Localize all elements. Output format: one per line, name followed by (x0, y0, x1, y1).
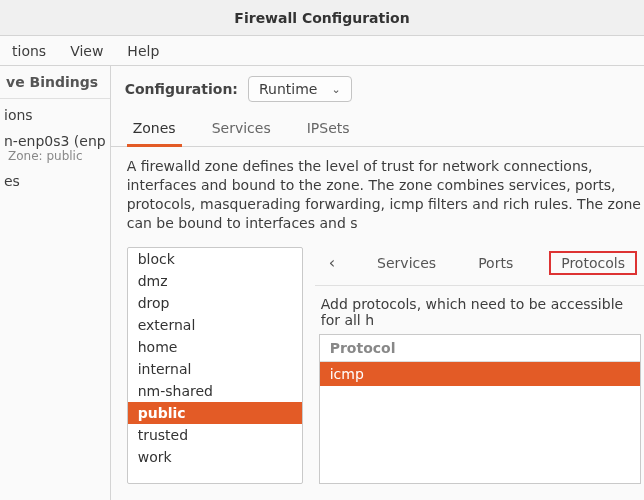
zone-list-item[interactable]: dmz (128, 270, 302, 292)
protocol-row[interactable]: icmp (320, 362, 640, 386)
config-dropdown[interactable]: Runtime ⌄ (248, 76, 352, 102)
primary-tabs: Zones Services IPSets (111, 112, 644, 147)
active-bindings-panel: ve Bindings ions n-enp0s3 (enp Zone: pub… (0, 66, 111, 500)
zone-list-item[interactable]: nm-shared (128, 380, 302, 402)
zone-list-item[interactable]: drop (128, 292, 302, 314)
binding-item[interactable]: ions (0, 99, 110, 125)
tab-protocols[interactable]: Protocols (549, 251, 637, 275)
zone-list-item[interactable]: home (128, 336, 302, 358)
window-title: Firewall Configuration (0, 0, 644, 36)
config-value: Runtime (259, 81, 317, 97)
binding-label: n-enp0s3 (enp (4, 133, 106, 149)
chevron-down-icon: ⌄ (331, 83, 340, 96)
scroll-left-icon[interactable]: ‹ (323, 253, 341, 272)
protocol-table: Protocol icmp (319, 334, 641, 484)
tab-services[interactable]: Services (208, 112, 275, 146)
tab-zones[interactable]: Zones (129, 112, 180, 146)
zone-list-item[interactable]: external (128, 314, 302, 336)
active-bindings-header: ve Bindings (0, 66, 110, 99)
menu-view[interactable]: View (58, 37, 115, 65)
menu-options[interactable]: tions (0, 37, 58, 65)
zone-list-item[interactable]: internal (128, 358, 302, 380)
zone-detail: ‹ Services Ports Protocols Add protocols… (315, 247, 644, 484)
tab-services-inner[interactable]: Services (371, 251, 442, 275)
config-row: Configuration: Runtime ⌄ (111, 66, 644, 112)
zone-body: blockdmzdropexternalhomeinternalnm-share… (111, 241, 644, 500)
zone-description: A firewalld zone defines the level of tr… (111, 147, 644, 241)
binding-item[interactable]: n-enp0s3 (enp Zone: public (0, 125, 110, 165)
binding-label: ions (4, 107, 106, 123)
main-panel: Configuration: Runtime ⌄ Zones Services … (111, 66, 644, 500)
menu-help[interactable]: Help (115, 37, 171, 65)
zone-list-item[interactable]: work (128, 446, 302, 468)
active-bindings-list: ions n-enp0s3 (enp Zone: public es (0, 99, 110, 191)
tab-ports[interactable]: Ports (472, 251, 519, 275)
tab-ipsets[interactable]: IPSets (303, 112, 354, 146)
protocols-description: Add protocols, which need to be accessib… (315, 286, 644, 334)
zone-list: blockdmzdropexternalhomeinternalnm-share… (127, 247, 303, 484)
config-label: Configuration: (125, 81, 238, 97)
protocol-column-header[interactable]: Protocol (320, 335, 640, 362)
secondary-tabs: ‹ Services Ports Protocols (315, 247, 644, 286)
binding-label: es (4, 173, 106, 189)
zone-list-item[interactable]: public (128, 402, 302, 424)
zone-list-item[interactable]: block (128, 248, 302, 270)
binding-sub: Zone: public (4, 149, 106, 163)
zone-list-item[interactable]: trusted (128, 424, 302, 446)
binding-item[interactable]: es (0, 165, 110, 191)
menubar: tions View Help (0, 36, 644, 66)
